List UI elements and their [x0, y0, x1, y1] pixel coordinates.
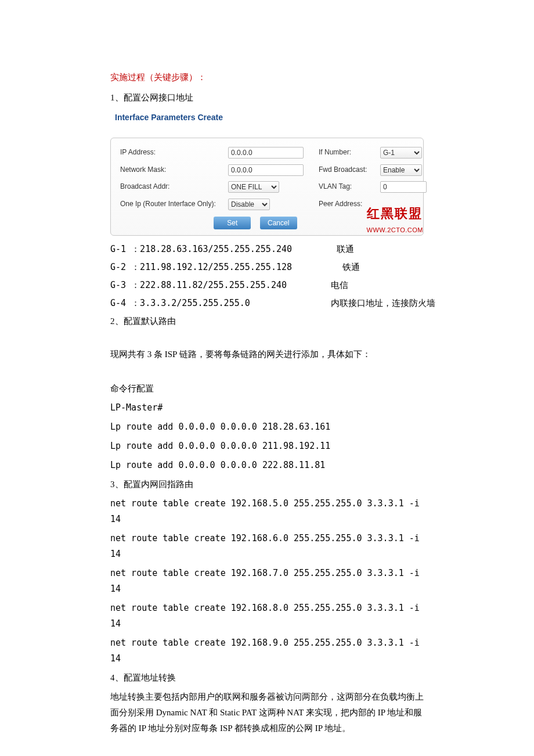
- interface-ip: G-3 ：222.88.11.82/255.255.255.240: [110, 278, 331, 293]
- cli-route: Lp route add 0.0.0.0 0.0.0.0 211.98.192.…: [110, 438, 424, 454]
- watermark-url: WWW.2CTO.COM: [367, 225, 423, 236]
- cancel-button[interactable]: Cancel: [260, 217, 297, 229]
- interface-line: G-1 ：218.28.63.163/255.255.255.240 联通: [110, 242, 424, 257]
- network-mask-input[interactable]: [228, 164, 304, 176]
- route-table: net route table create 192.168.8.0 255.2…: [110, 600, 424, 632]
- label-network-mask: Network Mask:: [120, 164, 225, 177]
- watermark-text: 红黑联盟: [367, 202, 423, 225]
- interface-desc: 联通: [337, 242, 424, 257]
- cli-route: Lp route add 0.0.0.0 0.0.0.0 218.28.63.1…: [110, 419, 424, 435]
- cli-route: Lp route add 0.0.0.0 0.0.0.0 222.88.11.8…: [110, 458, 424, 473]
- panel-box: IP Address: If Number: G-1 Network Mask:…: [110, 138, 424, 236]
- section-heading: 实施过程（关键步骤）：: [110, 70, 424, 85]
- route-table: net route table create 192.168.6.0 255.2…: [110, 531, 424, 562]
- interface-ip: G-2 ：211.98.192.12/255.255.255.128: [110, 260, 342, 275]
- interface-desc: 铁通: [342, 260, 424, 275]
- vlan-tag-input[interactable]: [380, 181, 427, 193]
- cli-prompt: LP-Master#: [110, 400, 424, 416]
- step1-title: 1、配置公网接口地址: [110, 90, 424, 106]
- interface-ip: G-1 ：218.28.63.163/255.255.255.240: [110, 242, 337, 257]
- step2-desc: 现网共有 3 条 ISP 链路，要将每条链路的网关进行添加，具体如下：: [110, 347, 424, 362]
- broadcast-addr-select[interactable]: ONE FILL: [228, 181, 279, 193]
- interface-line: G-3 ：222.88.11.82/255.255.255.240 电信: [110, 278, 424, 293]
- cli-header: 命令行配置: [110, 381, 424, 397]
- step4-desc: 地址转换主要包括内部用户的联网和服务器被访问两部分，这两部分在负载均衡上面分别采…: [110, 689, 424, 736]
- ip-address-input[interactable]: [228, 147, 304, 159]
- route-table: net route table create 192.168.7.0 255.2…: [110, 566, 424, 597]
- label-ip-address: IP Address:: [120, 146, 225, 159]
- route-table: net route table create 192.168.9.0 255.2…: [110, 635, 424, 667]
- label-vlan-tag: VLAN Tag:: [319, 181, 377, 193]
- interface-line: G-2 ：211.98.192.12/255.255.255.128 铁通: [110, 260, 424, 275]
- interface-panel: Interface Parameters Create IP Address: …: [110, 108, 424, 236]
- step3-title: 3、配置内网回指路由: [110, 477, 424, 492]
- step4-title: 4、配置地址转换: [110, 670, 424, 686]
- one-ip-select[interactable]: Disable: [228, 199, 270, 210]
- fwd-broadcast-select[interactable]: Enable: [380, 164, 422, 176]
- interface-desc: 内联接口地址，连接防火墙: [331, 296, 435, 311]
- if-number-select[interactable]: G-1: [380, 147, 422, 159]
- label-broadcast-addr: Broadcast Addr:: [120, 181, 225, 193]
- watermark: 红黑联盟 WWW.2CTO.COM: [367, 202, 423, 236]
- interface-line: G-4 ：3.3.3.2/255.255.255.0 内联接口地址，连接防火墙: [110, 296, 424, 311]
- interface-desc: 电信: [331, 278, 424, 293]
- label-if-number: If Number:: [319, 146, 377, 159]
- panel-title: Interface Parameters Create: [110, 108, 424, 127]
- interface-ip: G-4 ：3.3.3.2/255.255.255.0: [110, 296, 331, 311]
- label-fwd-broadcast: Fwd Broadcast:: [319, 164, 377, 177]
- step2-title: 2、配置默认路由: [110, 314, 424, 329]
- set-button[interactable]: Set: [214, 217, 251, 229]
- label-one-ip: One Ip (Router Interface Only):: [120, 198, 225, 211]
- route-table: net route table create 192.168.5.0 255.2…: [110, 496, 424, 527]
